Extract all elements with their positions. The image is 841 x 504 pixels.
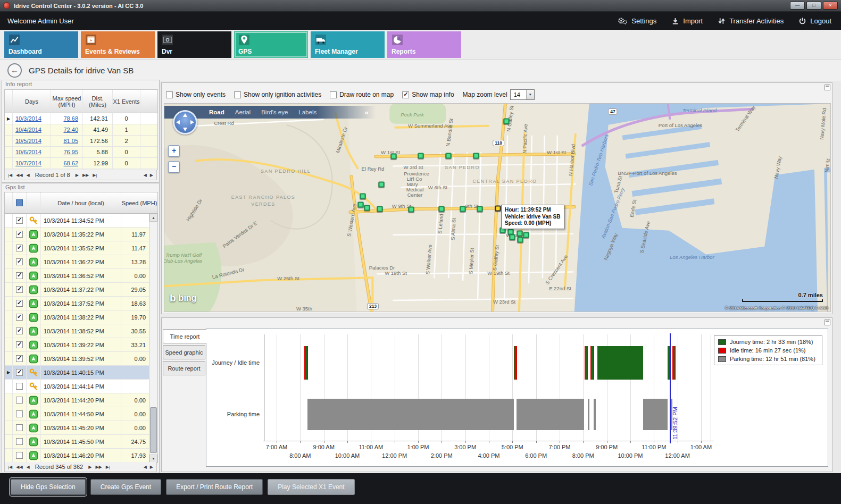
row-checkbox[interactable] <box>16 286 23 293</box>
gps-list-row[interactable]: 10/3/2014 11:38:22 PM19.70 <box>5 310 157 324</box>
scroll-down-icon[interactable]: ▼ <box>149 455 157 463</box>
close-button[interactable]: × <box>823 2 838 10</box>
pan-north-icon[interactable] <box>183 113 187 117</box>
gps-marker[interactable] <box>358 202 364 208</box>
hide-gps-selection-button[interactable]: Hide Gps Selection <box>11 479 86 495</box>
info-column-header[interactable]: X1 Events <box>113 90 140 113</box>
pan-south-icon[interactable] <box>183 128 187 131</box>
create-gps-event-button[interactable]: Create Gps Event <box>90 479 161 495</box>
last-button[interactable]: ▶| <box>106 465 110 469</box>
titlebar[interactable]: Idrive Control Center - 3.0.2 version - … <box>0 0 841 12</box>
row-checkbox[interactable] <box>16 245 23 251</box>
day-link[interactable]: 10/5/2014 <box>15 138 41 144</box>
option-checkbox[interactable] <box>402 91 409 98</box>
time-report-maximize-button[interactable] <box>825 320 830 325</box>
row-checkbox[interactable] <box>16 410 23 417</box>
row-checkbox[interactable] <box>16 327 23 334</box>
gps-marker[interactable] <box>473 153 479 159</box>
prev-button[interactable]: ◀ <box>27 465 30 469</box>
max-speed-link[interactable]: 78.68 <box>63 115 78 122</box>
gps-marker-selected[interactable] <box>495 206 501 212</box>
row-checkbox[interactable] <box>16 355 23 362</box>
gps-marker[interactable] <box>379 182 385 188</box>
play-selected-x1-event-button[interactable]: Play Selected X1 Event <box>268 479 354 495</box>
prev-button[interactable]: ◀ <box>27 173 30 178</box>
nav-tab-reports[interactable]: Reports <box>387 31 461 58</box>
gps-marker[interactable] <box>409 207 414 213</box>
option-checkbox[interactable] <box>234 91 241 98</box>
row-checkbox[interactable] <box>16 231 23 238</box>
next-page-button[interactable]: ▶▶ <box>95 465 102 469</box>
map-mode-labels[interactable]: Labels <box>298 109 317 115</box>
map-nav-collapse-button[interactable]: « <box>365 108 369 116</box>
max-speed-link[interactable]: 81.05 <box>63 138 78 144</box>
row-checkbox[interactable] <box>16 397 23 404</box>
gps-marker[interactable] <box>510 234 515 240</box>
map-zoom-level-select[interactable]: 14 ▼ <box>510 89 535 100</box>
map-option-show-only-ignition-activities[interactable]: Show only ignition activities <box>234 91 321 98</box>
gps-list-row[interactable]: 10/3/2014 11:46:20 PM17.93 <box>5 449 157 463</box>
gps-list-row[interactable]: 10/3/2014 11:35:22 PM11.97 <box>5 228 157 241</box>
scrollbar-thumb[interactable] <box>150 407 157 453</box>
nav-tab-gps[interactable]: GPS <box>234 31 308 58</box>
minimize-button[interactable]: — <box>790 2 805 10</box>
next-button[interactable]: ▶ <box>88 465 91 469</box>
gps-list-row[interactable]: 10/3/2014 11:45:20 PM0.00 <box>5 421 157 435</box>
gps-list-row[interactable]: 10/3/2014 11:36:52 PM0.00 <box>5 269 157 283</box>
scroll-right-button[interactable]: ▶ <box>150 173 153 178</box>
nav-tab-dashboard[interactable]: Dashboard <box>4 31 78 58</box>
info-row[interactable]: ▶10/3/201478.68142.310 <box>5 113 157 124</box>
gps-list-row[interactable]: 10/3/2014 11:44:20 PM0.00 <box>5 393 157 407</box>
row-checkbox[interactable] <box>16 258 23 265</box>
next-button[interactable]: ▶ <box>76 173 79 178</box>
option-checkbox[interactable] <box>330 91 337 98</box>
pan-west-icon[interactable] <box>176 120 180 124</box>
map-option-show-map-info[interactable]: Show map info <box>402 91 454 98</box>
first-button[interactable]: |◀ <box>8 173 12 178</box>
day-link[interactable]: 10/4/2014 <box>15 127 41 133</box>
map-viewport[interactable]: Crest RdPeck ParkW Summerland AveMirales… <box>164 103 831 312</box>
export-print-route-report-button[interactable]: Export / Print Route Report <box>166 479 263 495</box>
gps-marker[interactable] <box>360 194 366 199</box>
gps-marker[interactable] <box>504 119 510 124</box>
info-row[interactable]: 10/7/201468.6212.990 <box>5 158 157 169</box>
info-row[interactable]: 10/5/201481.05172.562 <box>5 136 157 147</box>
gps-list-row[interactable]: 10/3/2014 11:34:52 PM <box>5 214 157 228</box>
info-row[interactable]: 10/4/201472.4041.491 <box>5 124 157 136</box>
info-column-header[interactable]: Max speed (MPH) <box>51 90 83 113</box>
row-checkbox[interactable] <box>16 452 23 459</box>
nav-tab-fleet-manager[interactable]: Fleet Manager <box>311 31 385 58</box>
gps-list-row[interactable]: 10/3/2014 11:37:52 PM18.63 <box>5 297 157 310</box>
scroll-left-button[interactable]: ◀ <box>144 465 147 469</box>
gps-marker[interactable] <box>377 206 383 212</box>
date-column-header[interactable]: Date / hour (local) <box>41 192 121 213</box>
row-checkbox[interactable] <box>16 383 23 390</box>
gps-list-row[interactable]: 10/3/2014 11:36:22 PM13.28 <box>5 255 157 269</box>
speed-column-header[interactable]: Speed (MPH) <box>121 192 157 213</box>
topbar-action-import[interactable]: Import <box>671 17 703 25</box>
last-button[interactable]: ▶| <box>93 173 97 178</box>
bing-logo[interactable]: bbing <box>170 292 196 304</box>
back-button[interactable]: ← <box>7 63 22 78</box>
day-link[interactable]: 10/7/2014 <box>15 160 41 166</box>
gps-marker[interactable] <box>460 206 466 212</box>
info-column-header[interactable]: Dist. (Miles) <box>83 90 113 113</box>
map-option-show-only-events[interactable]: Show only events <box>166 91 226 98</box>
day-link[interactable]: 10/6/2014 <box>15 149 41 155</box>
gps-list-row[interactable]: 10/3/2014 11:35:52 PM11.47 <box>5 241 157 255</box>
row-checkbox[interactable] <box>16 438 23 445</box>
scroll-right-button[interactable]: ▶ <box>150 465 153 469</box>
max-speed-link[interactable]: 72.40 <box>63 127 78 133</box>
gps-marker[interactable] <box>518 237 523 243</box>
row-checkbox[interactable] <box>16 314 23 321</box>
topbar-action-settings[interactable]: Settings <box>618 16 656 25</box>
gps-list-row[interactable]: 10/3/2014 11:39:22 PM33.21 <box>5 338 157 352</box>
map-mode-bird-s-eye[interactable]: Bird's eye <box>261 109 288 115</box>
gps-list-row[interactable]: 10/3/2014 11:45:50 PM24.75 <box>5 435 157 449</box>
zoom-in-button[interactable]: + <box>168 145 180 157</box>
gps-list-scrollbar[interactable]: ▲ ▼ <box>149 214 157 463</box>
map-mode-aerial[interactable]: Aerial <box>235 109 251 115</box>
gps-list-row[interactable]: 10/3/2014 11:39:52 PM0.00 <box>5 352 157 366</box>
row-checkbox[interactable] <box>16 217 23 224</box>
gps-list-row[interactable]: 10/3/2014 11:38:52 PM30.55 <box>5 324 157 338</box>
